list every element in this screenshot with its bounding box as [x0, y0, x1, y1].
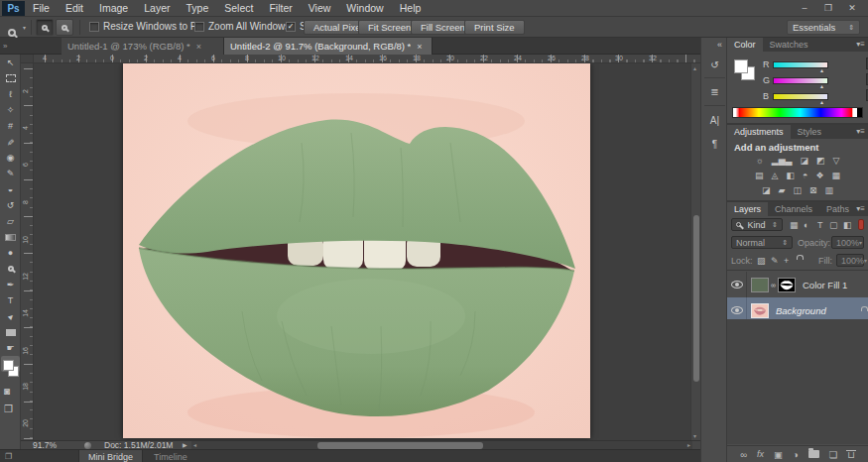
restore-icon[interactable]: ❐: [816, 0, 840, 16]
link-layers-icon[interactable]: ∞: [740, 449, 747, 460]
marquee-tool[interactable]: [0, 70, 21, 86]
panel-thumbnail-icon[interactable]: ❐: [5, 452, 12, 461]
color-spectrum-ramp[interactable]: [732, 107, 863, 118]
zoom-out-button[interactable]: [56, 19, 73, 36]
tab-channels[interactable]: Channels: [768, 202, 819, 216]
tab-color[interactable]: Color: [727, 38, 763, 52]
mini-bridge-tab[interactable]: Mini Bridge: [78, 450, 143, 462]
filter-type-layers-icon[interactable]: T: [817, 220, 823, 230]
eye-icon[interactable]: [731, 306, 743, 314]
type-tool[interactable]: T: [0, 292, 21, 308]
delete-layer-icon[interactable]: ⊔: [847, 449, 854, 460]
levels-icon[interactable]: ▂▅▃: [772, 156, 793, 166]
menu-edit[interactable]: Edit: [58, 0, 91, 17]
shape-tool[interactable]: [0, 324, 21, 340]
invert-icon[interactable]: ◪: [762, 185, 771, 195]
layer-mask-thumbnail[interactable]: [778, 278, 796, 292]
eraser-tool[interactable]: ▱: [0, 213, 21, 229]
checkbox-box[interactable]: [89, 22, 99, 32]
tab-close-icon[interactable]: ×: [417, 42, 422, 52]
foreground-color-swatch[interactable]: [3, 360, 14, 371]
filter-toggle-switch[interactable]: [858, 219, 864, 230]
foreground-color-well[interactable]: [734, 59, 748, 73]
layer-row-color-fill[interactable]: ∞ Color Fill 1: [727, 272, 868, 297]
slider-marker-icon[interactable]: ▴: [820, 82, 823, 89]
checkbox-box[interactable]: [194, 22, 204, 32]
dodge-tool[interactable]: [0, 261, 21, 277]
crop-tool[interactable]: #: [0, 118, 21, 134]
minimize-icon[interactable]: –: [793, 0, 816, 16]
background-layer-thumbnail[interactable]: [751, 303, 769, 318]
filter-adjustment-layers-icon[interactable]: ◐: [804, 220, 808, 230]
spot-healing-tool[interactable]: ◉: [0, 150, 21, 166]
panel-menu-icon[interactable]: ▾≡: [856, 127, 865, 136]
vertical-ruler[interactable]: 2 4 6 8 10 12 14 16 18 20: [21, 63, 34, 440]
layer-name[interactable]: Color Fill 1: [803, 280, 847, 290]
scroll-down-icon[interactable]: ▾: [693, 432, 696, 439]
tab-swatches[interactable]: Swatches: [763, 38, 815, 52]
exposure-icon[interactable]: ◩: [816, 156, 825, 166]
color-balance-icon[interactable]: ◬: [772, 171, 779, 180]
check-icon[interactable]: ✓: [286, 22, 296, 32]
brush-tool[interactable]: ✎: [0, 166, 21, 181]
menu-filter[interactable]: Filter: [261, 0, 300, 17]
clone-stamp-tool[interactable]: ◒: [0, 181, 21, 197]
tool-preset-arrow-icon[interactable]: ▾: [23, 24, 26, 31]
hand-tool[interactable]: ☛: [0, 340, 21, 356]
layer-name[interactable]: Background: [776, 305, 826, 316]
filter-smart-objects-icon[interactable]: ◧: [843, 220, 852, 230]
tab-untitled-2[interactable]: Untitled-2 @ 91.7% (Background, RGB/8) *…: [224, 38, 433, 55]
gradient-tool[interactable]: [0, 229, 21, 245]
tab-overflow-icon[interactable]: »: [3, 42, 7, 51]
fill-layer-thumbnail[interactable]: [751, 278, 769, 292]
horizontal-scroll-thumb[interactable]: [317, 442, 483, 449]
blur-tool[interactable]: ●: [0, 245, 21, 261]
layers-list-empty-area[interactable]: [727, 319, 868, 444]
vibrance-icon[interactable]: ▽: [833, 156, 840, 166]
threshold-icon[interactable]: ◫: [793, 185, 802, 195]
tab-adjustments[interactable]: Adjustments: [727, 125, 791, 139]
lock-position-icon[interactable]: +: [784, 256, 789, 266]
hue-saturation-icon[interactable]: ▤: [755, 171, 764, 180]
gradient-map-icon[interactable]: ⊠: [809, 185, 817, 195]
new-group-icon[interactable]: [808, 450, 819, 458]
status-sphere-icon[interactable]: [84, 442, 91, 449]
canvas-viewport[interactable]: [34, 63, 690, 440]
tab-styles[interactable]: Styles: [791, 125, 829, 139]
mask-link-icon[interactable]: ∞: [771, 282, 776, 289]
fill-field[interactable]: 100% ▾: [836, 254, 864, 267]
curves-icon[interactable]: ◪: [801, 156, 809, 166]
filter-pixel-layers-icon[interactable]: ▦: [790, 220, 799, 230]
quick-mask-icon[interactable]: ◙: [4, 386, 10, 397]
channel-mixer-icon[interactable]: ❖: [815, 171, 823, 180]
zoom-all-windows-checkbox[interactable]: Zoom All Windows: [194, 21, 290, 32]
tab-untitled-1[interactable]: Untitled-1 @ 173% (RGB/8) * ×: [62, 38, 224, 55]
close-icon[interactable]: ✕: [840, 0, 864, 16]
menu-help[interactable]: Help: [392, 0, 430, 17]
properties-panel-button[interactable]: ≣: [701, 80, 728, 102]
slider-marker-icon[interactable]: ▴: [820, 98, 823, 105]
history-brush-tool[interactable]: ↺: [0, 197, 21, 213]
photo-filter-icon[interactable]: ◓: [803, 171, 807, 180]
pen-tool[interactable]: ✒: [0, 277, 21, 292]
posterize-icon[interactable]: ▰: [779, 185, 786, 195]
filter-kind-dropdown[interactable]: Kind ⇕: [731, 218, 783, 231]
opacity-field[interactable]: 100% ▾: [831, 236, 864, 249]
lock-pixels-icon[interactable]: ✎: [771, 256, 779, 266]
print-size-button[interactable]: Print Size: [464, 20, 525, 35]
eye-icon[interactable]: [731, 281, 743, 289]
menu-view[interactable]: View: [301, 0, 339, 17]
menu-type[interactable]: Type: [178, 0, 216, 17]
visibility-cell[interactable]: [727, 272, 747, 297]
panel-menu-icon[interactable]: ▾≡: [856, 204, 865, 213]
eyedropper-tool[interactable]: ✐: [0, 134, 21, 150]
selective-color-icon[interactable]: ▥: [824, 185, 833, 195]
lasso-tool[interactable]: ℓ: [0, 86, 21, 102]
blend-mode-dropdown[interactable]: Normal ⇕: [731, 236, 793, 249]
filter-shape-layers-icon[interactable]: ▢: [829, 220, 838, 230]
move-tool[interactable]: ↖: [0, 55, 21, 70]
brightness-contrast-icon[interactable]: ☼: [756, 156, 764, 166]
new-layer-icon[interactable]: ❏: [829, 449, 838, 460]
resize-windows-checkbox[interactable]: Resize Windows to Fit: [89, 21, 201, 32]
expand-panels-icon[interactable]: «: [717, 40, 722, 50]
